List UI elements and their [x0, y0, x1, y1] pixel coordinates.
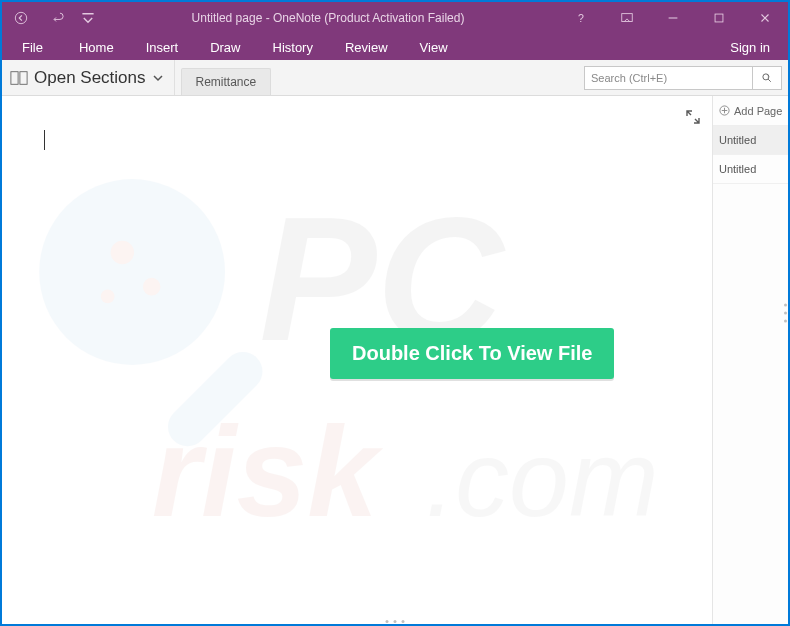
ribbon-display-options-button[interactable] — [604, 2, 650, 34]
page-entry[interactable]: Untitled — [713, 126, 788, 155]
svg-text:.com: .com — [425, 419, 658, 539]
content-area: PC risk .com Double Click To View File A… — [2, 96, 788, 624]
quick-access-toolbar — [2, 2, 98, 34]
fullpage-toggle-button[interactable] — [686, 110, 700, 128]
chevron-down-icon — [81, 11, 95, 25]
app-window: Untitled page - OneNote (Product Activat… — [0, 0, 790, 626]
chevron-down-icon — [152, 72, 164, 84]
add-page-button[interactable]: Add Page — [713, 96, 788, 126]
minimize-icon — [666, 11, 680, 25]
ribbon-tabs: File Home Insert Draw History Review Vie… — [2, 34, 788, 60]
text-cursor — [44, 130, 45, 150]
back-button[interactable] — [2, 2, 40, 34]
close-icon — [758, 11, 772, 25]
tab-file[interactable]: File — [6, 36, 59, 59]
search-area: Search (Ctrl+E) — [584, 60, 788, 95]
undo-icon — [52, 11, 66, 25]
back-icon — [14, 11, 28, 25]
minimize-button[interactable] — [650, 2, 696, 34]
tab-insert[interactable]: Insert — [130, 36, 195, 59]
notebook-picker[interactable]: Open Sections — [2, 60, 175, 95]
section-tabs: Remittance — [175, 60, 272, 95]
page-entry[interactable]: Untitled — [713, 155, 788, 184]
tab-history[interactable]: History — [257, 36, 329, 59]
svg-point-9 — [39, 179, 225, 365]
svg-rect-6 — [20, 71, 27, 84]
tab-draw[interactable]: Draw — [194, 36, 256, 59]
page-canvas[interactable]: PC risk .com Double Click To View File — [2, 96, 712, 624]
svg-text:?: ? — [578, 12, 584, 24]
tab-home[interactable]: Home — [63, 36, 130, 59]
notebook-icon — [10, 70, 28, 86]
maximize-icon — [712, 11, 726, 25]
help-button[interactable]: ? — [558, 2, 604, 34]
search-scope-button[interactable] — [752, 66, 782, 90]
add-page-label: Add Page — [734, 105, 782, 117]
svg-point-12 — [101, 290, 115, 304]
titlebar: Untitled page - OneNote (Product Activat… — [2, 2, 788, 34]
window-controls: ? — [558, 2, 788, 34]
maximize-button[interactable] — [696, 2, 742, 34]
window-title: Untitled page - OneNote (Product Activat… — [98, 11, 558, 25]
expand-icon — [686, 110, 700, 124]
resize-handle-right[interactable] — [784, 304, 787, 323]
qat-customize-button[interactable] — [78, 2, 98, 34]
svg-rect-5 — [11, 71, 18, 84]
close-button[interactable] — [742, 2, 788, 34]
resize-handle-bottom[interactable] — [386, 620, 405, 623]
tab-view[interactable]: View — [404, 36, 464, 59]
svg-rect-4 — [715, 14, 723, 22]
svg-line-8 — [768, 79, 771, 82]
ribbon-display-icon — [620, 11, 634, 25]
search-input[interactable]: Search (Ctrl+E) — [584, 66, 752, 90]
page-list-pane: Add Page Untitled Untitled — [712, 96, 788, 624]
plus-icon — [719, 105, 730, 116]
tab-review[interactable]: Review — [329, 36, 404, 59]
undo-button[interactable] — [40, 2, 78, 34]
svg-text:risk: risk — [152, 401, 383, 543]
svg-point-0 — [15, 12, 26, 23]
view-file-button[interactable]: Double Click To View File — [330, 328, 614, 379]
section-bar: Open Sections Remittance Search (Ctrl+E) — [2, 60, 788, 96]
svg-point-11 — [143, 278, 161, 296]
svg-rect-13 — [160, 344, 271, 455]
search-placeholder: Search (Ctrl+E) — [591, 72, 667, 84]
search-icon — [761, 72, 773, 84]
svg-rect-2 — [622, 14, 633, 22]
section-tab-remittance[interactable]: Remittance — [181, 68, 272, 95]
sign-in-link[interactable]: Sign in — [716, 36, 784, 59]
help-icon: ? — [574, 11, 588, 25]
svg-point-10 — [111, 241, 134, 264]
notebook-label: Open Sections — [34, 68, 146, 88]
